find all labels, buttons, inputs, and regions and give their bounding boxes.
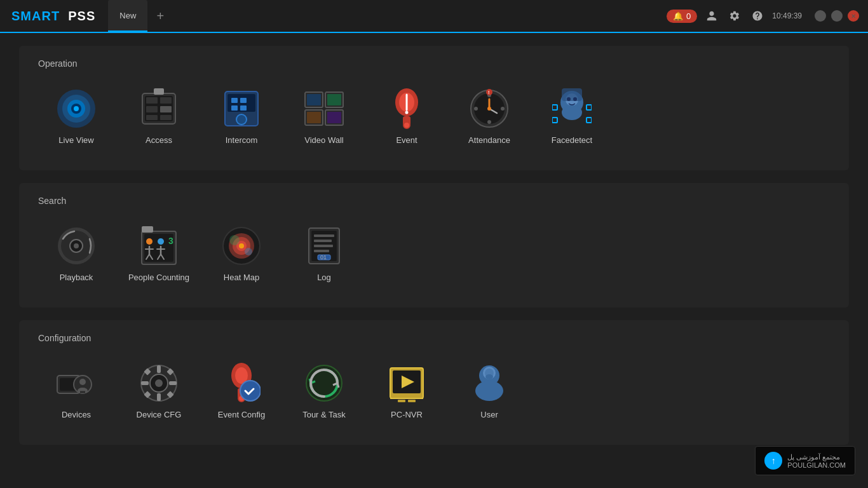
section-title-operation: Operation [38,58,830,69]
svg-rect-102 [169,381,177,385]
svg-rect-27 [307,112,321,123]
device-cfg-label: Device CFG [137,410,182,419]
svg-rect-73 [142,226,153,233]
svg-text:!: ! [488,90,489,95]
facedetect-label: Facedetect [552,135,592,145]
heat-map-icon [221,226,262,266]
time-display: 10:49:39 [772,11,802,20]
item-device-cfg[interactable]: Device CFG [121,356,197,426]
access-label: Access [146,135,172,145]
playback-label: Playback [60,273,93,282]
svg-rect-9 [146,106,158,112]
pc-nvr-label: PC-NVR [391,410,423,419]
video-wall-icon [304,88,344,129]
svg-rect-87 [314,250,329,252]
facedetect-icon [552,88,592,129]
svg-point-20 [236,114,247,125]
svg-point-80 [245,248,252,255]
item-live-view[interactable]: Live View [38,81,114,151]
attendance-label: Attendance [468,135,510,145]
watermark-text2: POULGILAN.COM [787,461,846,469]
item-attendance[interactable]: ! Attendance [451,81,527,151]
item-log[interactable]: 01 Log [286,219,362,288]
svg-point-79 [229,235,240,245]
event-config-icon [221,363,262,403]
app-logo: SMART PSS [11,9,95,24]
svg-rect-101 [141,381,149,385]
search-grid: Playback [38,219,830,288]
intercom-icon [221,88,262,129]
add-tab-button[interactable]: + [150,6,170,26]
svg-rect-7 [146,97,158,104]
tab-new[interactable]: New [108,0,147,32]
svg-point-51 [573,97,577,101]
item-tour-task[interactable]: Tour & Task [286,356,362,426]
svg-rect-100 [157,393,161,401]
user-icon[interactable] [703,8,720,24]
close-button[interactable]: ✕ [848,10,859,22]
svg-text:01: 01 [320,254,327,261]
item-user[interactable]: User [451,356,527,426]
svg-point-40 [501,107,505,111]
devices-icon [56,363,97,403]
watermark: ↑ مجتمع آموزشی پل POULGILAN.COM [755,446,855,475]
svg-rect-13 [154,88,164,95]
item-heat-map[interactable]: Heat Map [203,219,280,288]
svg-rect-54 [587,105,592,110]
playback-icon [56,226,97,266]
item-facedetect[interactable]: Facedetect [534,81,610,151]
section-search: Search Playback [19,183,849,308]
svg-point-39 [474,107,478,111]
user-label: User [480,410,498,419]
svg-point-98 [155,379,163,387]
svg-rect-11 [146,115,158,120]
item-video-wall[interactable]: Video Wall [286,81,362,151]
item-playback[interactable]: Playback [38,219,114,288]
pc-nvr-icon [386,363,427,403]
svg-text:3: 3 [168,236,173,246]
item-access[interactable]: Access [121,81,197,151]
item-devices[interactable]: Devices [38,356,114,426]
svg-point-62 [146,238,153,245]
configuration-grid: Devices [38,356,830,426]
section-configuration: Configuration Devices [19,320,849,445]
svg-rect-17 [240,98,247,103]
watermark-logo: ↑ [764,452,782,470]
svg-point-48 [562,105,582,120]
maximize-button[interactable]: □ [831,10,843,22]
svg-point-43 [487,107,491,111]
people-counting-label: People Counting [128,273,189,282]
settings-icon[interactable] [726,8,743,24]
heat-map-label: Heat Map [224,273,259,282]
notification-badge[interactable]: 🔔 0 [667,10,697,23]
svg-point-32 [403,122,410,128]
help-icon[interactable] [749,8,766,24]
svg-rect-117 [398,400,405,402]
minimize-button[interactable]: — [815,10,826,22]
item-intercom[interactable]: Intercom [203,81,280,151]
item-event[interactable]: Event [369,81,445,151]
svg-rect-12 [160,115,172,120]
operation-grid: Live View Acc [38,81,830,151]
svg-rect-25 [307,94,321,105]
item-people-counting[interactable]: 3 People Counting [121,219,197,288]
svg-point-4 [74,106,79,111]
window-controls: — □ ✕ [815,10,859,22]
svg-point-59 [74,243,79,248]
tour-task-label: Tour & Task [302,410,346,419]
bell-icon: 🔔 [673,11,683,21]
svg-point-123 [485,374,493,379]
item-pc-nvr[interactable]: PC-NVR [369,356,445,426]
svg-rect-118 [408,400,416,402]
access-icon [139,88,179,129]
svg-point-93 [79,379,86,385]
svg-rect-8 [160,97,172,104]
live-view-label: Live View [58,135,93,145]
svg-point-38 [487,120,491,124]
svg-rect-86 [314,245,333,247]
svg-rect-55 [587,118,592,123]
svg-point-50 [567,97,571,101]
item-event-config[interactable]: Event Config [203,356,280,426]
svg-point-67 [158,238,164,245]
svg-rect-52 [552,105,557,110]
